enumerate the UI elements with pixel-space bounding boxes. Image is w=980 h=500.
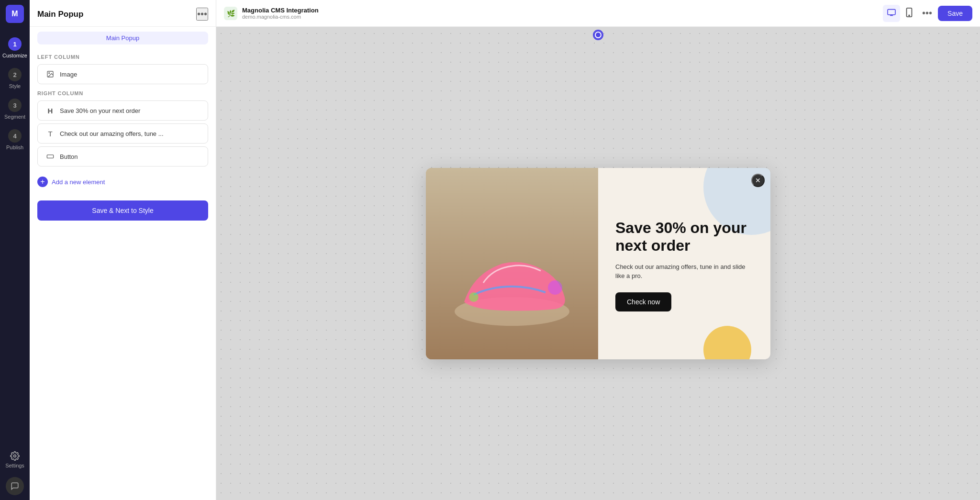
add-icon: + (37, 177, 48, 187)
popup-overlay: ✕ (216, 27, 980, 500)
step-number-4: 4 (8, 129, 22, 143)
svg-point-2 (49, 73, 50, 74)
step-number-3: 3 (8, 99, 22, 112)
popup-close-button[interactable]: ✕ (751, 174, 765, 187)
chat-button[interactable] (6, 477, 24, 495)
settings-label: Settings (5, 463, 24, 468)
mobile-view-button[interactable] (902, 5, 916, 22)
desktop-view-button[interactable] (883, 5, 900, 22)
popup-content-column: Save 30% on your next order Check out ou… (598, 168, 770, 359)
gear-icon (10, 451, 20, 461)
step-label-publish: Publish (6, 144, 23, 150)
deco-circle (703, 326, 751, 359)
left-column-label: LEFT COLUMN (30, 49, 216, 63)
step-label-customize: Customize (2, 53, 27, 58)
site-name: Magnolia CMS Integration (242, 7, 883, 14)
popup-subtext: Check out our amazing offers, tune in an… (615, 262, 753, 281)
popup-image-column (426, 168, 598, 359)
svg-point-12 (469, 292, 479, 302)
chat-icon (11, 482, 19, 490)
svg-rect-3 (47, 155, 53, 158)
view-toggle (883, 5, 916, 22)
save-button[interactable]: Save (938, 6, 972, 21)
preview-area: 🌿 Magnolia CMS Integration demo.magnolia… (216, 0, 980, 500)
heading-icon: H (45, 106, 55, 115)
save-next-button[interactable]: Save & Next to Style (37, 200, 208, 221)
site-url: demo.magnolia-cms.com (242, 14, 883, 20)
nav-step-style[interactable]: 2 Style (0, 63, 30, 94)
popup-heading: Save 30% on your next order (615, 219, 753, 255)
image-icon (45, 69, 55, 79)
nav-settings[interactable]: Settings (5, 446, 24, 473)
right-column-label: RIGHT COLUMN (30, 86, 216, 99)
svg-point-11 (548, 280, 562, 295)
desktop-icon (887, 9, 896, 16)
svg-point-0 (14, 455, 16, 457)
top-bar: 🌿 Magnolia CMS Integration demo.magnolia… (216, 0, 980, 27)
nav-step-publish[interactable]: 4 Publish (0, 124, 30, 155)
nav-step-customize[interactable]: 1 Customize (0, 33, 30, 63)
svg-point-8 (909, 15, 910, 16)
step-number-2: 2 (8, 68, 22, 81)
panel-more-button[interactable]: ••• (196, 8, 208, 21)
site-icon: 🌿 (224, 7, 237, 20)
mobile-icon (906, 8, 913, 17)
add-element-label: Add a new element (52, 178, 105, 186)
text-icon: T (45, 129, 55, 138)
close-icon: ✕ (755, 177, 761, 184)
site-info: Magnolia CMS Integration demo.magnolia-c… (242, 7, 883, 20)
image-element[interactable]: Image (37, 64, 208, 84)
content-panel: Main Popup ••• Main Popup LEFT COLUMN Im… (30, 0, 216, 500)
step-label-segment: Segment (4, 114, 25, 120)
breadcrumb-button[interactable]: Main Popup (37, 32, 208, 44)
panel-header: Main Popup ••• (30, 0, 216, 27)
button-icon (45, 152, 55, 161)
step-label-style: Style (9, 83, 21, 89)
image-label: Image (60, 71, 77, 78)
nav-step-segment[interactable]: 3 Segment (0, 94, 30, 124)
left-navigation: M 1 Customize 2 Style 3 Segment 4 Publis… (0, 0, 30, 500)
panel-title: Main Popup (37, 10, 83, 19)
heading-label: Save 30% on your next order (60, 107, 140, 114)
heading-element[interactable]: H Save 30% on your next order (37, 100, 208, 121)
button-element[interactable]: Button (37, 146, 208, 167)
more-options-button[interactable]: ••• (922, 8, 932, 19)
popup-cta-button[interactable]: Check now (615, 292, 671, 311)
text-element[interactable]: T Check out our amazing offers, tune ... (37, 123, 208, 144)
popup-card: ✕ (426, 168, 770, 359)
shoe-illustration (426, 168, 598, 359)
button-label: Button (60, 153, 78, 160)
svg-rect-4 (888, 9, 895, 14)
popup-image (426, 168, 598, 359)
text-label: Check out our amazing offers, tune ... (60, 130, 164, 137)
topbar-actions: ••• Save (883, 5, 972, 22)
step-number-1: 1 (8, 37, 22, 51)
app-logo: M (6, 5, 24, 23)
add-element-button[interactable]: + Add a new element (30, 171, 216, 193)
